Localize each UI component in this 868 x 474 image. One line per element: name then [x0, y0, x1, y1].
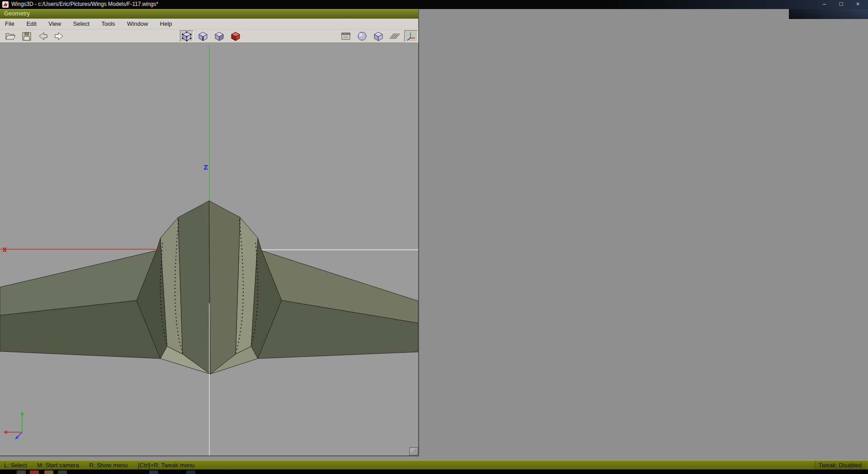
- mini-axis-gizmo: [3, 411, 24, 439]
- vertex-mode-icon: [181, 31, 193, 42]
- hint-middle-mouse: M: Start camera: [37, 462, 79, 469]
- body-mode-icon: [230, 31, 241, 42]
- undo-button[interactable]: [36, 30, 50, 42]
- redo-arrow-icon: [53, 31, 65, 42]
- body-mode-button[interactable]: [229, 30, 242, 42]
- menu-edit[interactable]: Edit: [21, 19, 41, 29]
- save-button[interactable]: [20, 30, 33, 42]
- smooth-preview-button[interactable]: [355, 30, 369, 42]
- edge-mode-icon: [197, 31, 209, 42]
- menu-file[interactable]: File: [0, 19, 19, 29]
- taskbar-icon-3[interactable]: [44, 470, 53, 474]
- axes-icon: [405, 31, 417, 42]
- restore-button[interactable]: □: [833, 0, 849, 9]
- open-button[interactable]: [4, 30, 17, 42]
- menu-bar: File Edit View Select Tools Window Help: [0, 19, 419, 29]
- fuselage-center-left-facet: [178, 201, 210, 374]
- minimize-button[interactable]: –: [816, 0, 833, 9]
- orthographic-view-button[interactable]: [372, 30, 385, 42]
- ground-plane-grid-icon: [389, 31, 401, 42]
- toolbar: [0, 29, 419, 43]
- wings3d-app-icon: [2, 1, 9, 8]
- smooth-sphere-icon: [356, 31, 368, 42]
- menu-help[interactable]: Help: [155, 19, 177, 29]
- taskbar-icon-5[interactable]: [149, 470, 158, 474]
- menu-view[interactable]: View: [43, 19, 66, 29]
- taskbar-icon-6[interactable]: [186, 470, 195, 474]
- edge-mode-button[interactable]: [196, 30, 210, 42]
- ground-plane-button[interactable]: [388, 30, 401, 42]
- undo-arrow-icon: [37, 31, 49, 42]
- axis-z-label: Z: [203, 164, 208, 171]
- save-floppy-icon: [21, 31, 33, 42]
- open-folder-icon: [5, 31, 16, 42]
- viewport-resize-handle[interactable]: [410, 447, 418, 455]
- taskbar-icon-4[interactable]: [58, 470, 67, 474]
- geometry-window-titlebar[interactable]: Geometry: [0, 9, 419, 19]
- hint-right-mouse: R: Show menu: [89, 462, 127, 469]
- toolbar-mode-group: [180, 30, 242, 42]
- status-bar: L: Select M: Start camera R: Show menu […: [0, 460, 868, 469]
- axis-x-label: X: [2, 246, 7, 253]
- viewport-canvas[interactable]: Z X: [0, 43, 418, 455]
- show-axes-button[interactable]: [404, 30, 418, 42]
- taskbar-icon-2[interactable]: [30, 470, 39, 474]
- geometry-viewport[interactable]: Z X: [0, 43, 419, 456]
- toolbar-view-group: [339, 30, 418, 42]
- window-title: Wings3D - c:/Users/Eric/Pictures/Wings M…: [11, 0, 158, 9]
- windows-icon: [340, 31, 352, 42]
- redo-button[interactable]: [52, 30, 66, 42]
- geometry-window-title: Geometry: [4, 10, 30, 17]
- face-mode-icon: [213, 31, 225, 42]
- menu-tools[interactable]: Tools: [96, 19, 120, 29]
- hint-tweak-menu: [Ctrl]+R: Tweak menu: [138, 462, 194, 469]
- hint-left-mouse: L: Select: [4, 462, 27, 469]
- orthographic-cube-icon: [373, 31, 384, 42]
- window-controls: – □ ×: [816, 0, 866, 9]
- face-mode-button[interactable]: [212, 30, 226, 42]
- tweak-status-badge: Tweak: Disabled: [815, 461, 865, 469]
- windows-taskbar: [0, 469, 868, 474]
- fuselage-center-right-facet: [209, 201, 241, 374]
- close-button[interactable]: ×: [849, 0, 866, 9]
- vertex-mode-button[interactable]: [180, 30, 193, 42]
- menu-window[interactable]: Window: [122, 19, 153, 29]
- taskbar-icon-1[interactable]: [17, 470, 26, 474]
- toolbar-file-group: [4, 30, 66, 42]
- windows-toggle-button[interactable]: [339, 30, 353, 42]
- menu-select[interactable]: Select: [68, 19, 94, 29]
